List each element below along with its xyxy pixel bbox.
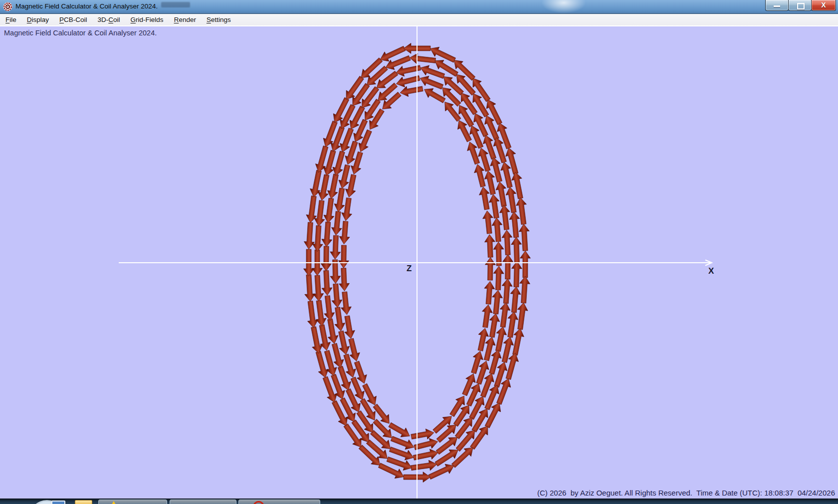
- menu-item-pcb-coil[interactable]: PCB-Coil: [54, 14, 92, 25]
- menu-item-grid-fields[interactable]: Grid-Fields: [126, 14, 169, 25]
- pinned-window-icon[interactable]: [51, 501, 65, 504]
- copyright-status-text: (C) 2026 by Aziz Oeguet. All Rights Rese…: [537, 489, 835, 497]
- axes: [119, 26, 712, 499]
- coil-visualization: [0, 26, 838, 499]
- red-coil-icon: [253, 501, 264, 504]
- z-axis-label: Z: [407, 264, 412, 274]
- taskbar-button-3[interactable]: [238, 500, 320, 504]
- taskbar-button-1[interactable]: [98, 500, 167, 504]
- minimize-icon: [774, 5, 780, 7]
- warning-triangle-icon: [110, 501, 118, 504]
- window-controls: X: [766, 0, 836, 10]
- minimize-button[interactable]: [765, 0, 789, 11]
- titlebar-ghost-text: [161, 2, 190, 7]
- x-axis-label: X: [708, 266, 714, 276]
- menu-item-render[interactable]: Render: [169, 14, 201, 25]
- coil-render-canvas[interactable]: Magnetic Field Calculator & Coil Analyse…: [0, 26, 838, 499]
- taskbar-button-2[interactable]: [170, 500, 236, 504]
- application-window: Magnetic Field Calculator & Coil Analyse…: [0, 0, 838, 504]
- menu-item-settings[interactable]: Settings: [202, 14, 236, 25]
- menu-bar: FileDisplayPCB-Coil3D-CoilGrid-FieldsRen…: [0, 14, 838, 26]
- maximize-icon: [797, 3, 805, 9]
- menu-item-3d-coil[interactable]: 3D-Coil: [93, 14, 125, 25]
- menu-item-file[interactable]: File: [0, 14, 21, 25]
- maximize-button[interactable]: [788, 0, 812, 11]
- taskbar: [0, 499, 838, 504]
- window-title: Magnetic Field Calculator & Coil Analyse…: [15, 2, 158, 10]
- folder-icon[interactable]: [75, 500, 92, 504]
- close-button[interactable]: X: [811, 0, 836, 11]
- title-bar: Magnetic Field Calculator & Coil Analyse…: [0, 0, 838, 14]
- app-coil-icon: [3, 2, 12, 11]
- titlebar-sheen: [541, 0, 586, 13]
- close-icon: X: [812, 1, 836, 9]
- menu-item-display[interactable]: Display: [22, 14, 54, 25]
